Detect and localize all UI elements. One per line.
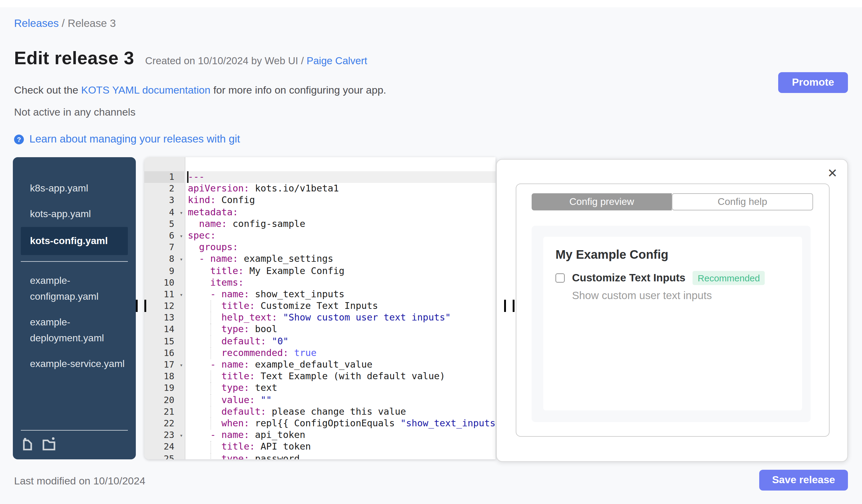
code-text: title: API token	[185, 441, 496, 453]
line-number[interactable]: 13	[144, 312, 185, 324]
line-number[interactable]: 3	[144, 195, 185, 207]
code-text: - name: example_settings	[185, 253, 496, 265]
new-folder-icon[interactable]	[42, 437, 57, 451]
fold-arrow-icon[interactable]: ▾	[180, 289, 183, 301]
code-line[interactable]: 14 type: bool	[144, 324, 496, 335]
code-line[interactable]: 12 title: Customize Text Inputs	[144, 300, 496, 312]
line-number[interactable]: 17▾	[144, 359, 185, 371]
customize-text-inputs-checkbox[interactable]	[556, 274, 565, 282]
created-by-link[interactable]: Paige Calvert	[306, 55, 367, 66]
code-text: kind: Config	[185, 195, 496, 207]
line-number[interactable]: 2	[144, 183, 185, 195]
code-line[interactable]: 20 value: ""	[144, 394, 496, 406]
preview-resize-handle[interactable]	[504, 300, 514, 312]
code-line[interactable]: 24 title: API token	[144, 441, 496, 453]
code-line[interactable]: 10 items:	[144, 277, 496, 288]
line-number[interactable]: 16	[144, 347, 185, 359]
code-line[interactable]: 1---	[144, 171, 496, 183]
kots-yaml-docs-link[interactable]: KOTS YAML documentation	[81, 84, 210, 96]
channels-note: Not active in any channels	[14, 106, 135, 119]
file-item[interactable]: example-configmap.yaml	[13, 268, 136, 309]
created-on-text: Created on 10/10/2024 by Web UI / Paige …	[145, 55, 367, 67]
line-number[interactable]: 22	[144, 418, 185, 429]
code-line[interactable]: 21 default: please change this value	[144, 406, 496, 418]
line-number[interactable]: 11▾	[144, 289, 185, 300]
line-number[interactable]: 6▾	[144, 230, 185, 242]
file-item[interactable]: example-service.yaml	[13, 351, 136, 377]
code-text: default: "0"	[185, 335, 496, 347]
code-line[interactable]: 19 type: text	[144, 383, 496, 394]
tab-config-help[interactable]: Config help	[672, 193, 813, 210]
config-preview-card: My Example Config Customize Text Inputs …	[543, 237, 802, 410]
line-number[interactable]: 5	[144, 218, 185, 230]
file-item[interactable]: kots-config.yaml	[21, 227, 128, 255]
file-item[interactable]: k8s-app.yaml	[13, 175, 136, 201]
yaml-code-editor[interactable]: 1---2apiVersion: kots.io/v1beta13kind: C…	[144, 157, 496, 459]
file-item[interactable]: kots-app.yaml	[13, 201, 136, 227]
fold-arrow-icon[interactable]: ▾	[180, 360, 183, 371]
promote-button[interactable]: Promote	[778, 72, 848, 93]
line-number[interactable]: 7	[144, 242, 185, 253]
save-release-button[interactable]: Save release	[759, 470, 848, 491]
code-line[interactable]: 5 name: config-sample	[144, 218, 496, 230]
code-line[interactable]: 16 recommended: true	[144, 347, 496, 359]
code-text: title: Text Example (with default value)	[185, 371, 496, 382]
breadcrumb-separator: /	[59, 17, 68, 29]
config-group-title: My Example Config	[556, 248, 668, 262]
fold-arrow-icon[interactable]: ▾	[180, 207, 183, 219]
code-text: value: ""	[185, 394, 496, 406]
line-number[interactable]: 19	[144, 383, 185, 394]
line-number[interactable]: 4▾	[144, 207, 185, 218]
line-number[interactable]: 23▾	[144, 429, 185, 441]
fold-arrow-icon[interactable]: ▾	[180, 254, 183, 266]
line-number[interactable]: 25	[144, 453, 185, 459]
code-line[interactable]: 2apiVersion: kots.io/v1beta1	[144, 183, 496, 195]
line-number[interactable]: 10	[144, 277, 185, 288]
line-number[interactable]: 18	[144, 371, 185, 382]
line-number[interactable]: 15	[144, 335, 185, 347]
code-text: type: password	[185, 453, 496, 459]
code-text: apiVersion: kots.io/v1beta1	[185, 183, 496, 195]
recommended-badge: Recommended	[693, 271, 765, 285]
code-line[interactable]: 3kind: Config	[144, 195, 496, 207]
fold-arrow-icon[interactable]: ▾	[180, 430, 183, 442]
code-text: type: bool	[185, 324, 496, 335]
tab-config-preview[interactable]: Config preview	[532, 193, 672, 210]
line-number[interactable]: 14	[144, 324, 185, 335]
new-file-icon[interactable]	[21, 437, 34, 451]
sidebar-resize-handle[interactable]	[136, 300, 146, 312]
code-line[interactable]: 4▾metadata:	[144, 207, 496, 218]
breadcrumb-releases-link[interactable]: Releases	[14, 17, 59, 29]
line-number[interactable]: 1	[144, 171, 185, 183]
file-list: k8s-app.yamlkots-app.yamlkots-config.yam…	[13, 157, 136, 377]
line-number[interactable]: 12	[144, 300, 185, 312]
code-line[interactable]: 22 when: repl{{ ConfigOptionEquals "show…	[144, 418, 496, 429]
file-item[interactable]: example-deployment.yaml	[13, 309, 136, 351]
code-text: default: please change this value	[185, 406, 496, 418]
line-number[interactable]: 9	[144, 265, 185, 277]
line-number[interactable]: 21	[144, 406, 185, 418]
fold-arrow-icon[interactable]: ▾	[180, 230, 183, 242]
page-title: Edit release 3	[14, 48, 134, 68]
code-text: - name: example_default_value	[185, 359, 496, 371]
code-line[interactable]: 15 default: "0"	[144, 335, 496, 347]
git-releases-link[interactable]: Learn about managing your releases with …	[29, 133, 240, 146]
line-number[interactable]: 24	[144, 441, 185, 453]
code-line[interactable]: 25 type: password	[144, 453, 496, 459]
code-line[interactable]: 18 title: Text Example (with default val…	[144, 371, 496, 382]
code-line[interactable]: 9 title: My Example Config	[144, 265, 496, 277]
code-line[interactable]: 11▾ - name: show_text_inputs	[144, 289, 496, 300]
code-text: title: Customize Text Inputs	[185, 300, 496, 312]
code-line[interactable]: 6▾spec:	[144, 230, 496, 242]
code-line[interactable]: 8▾ - name: example_settings	[144, 253, 496, 265]
code-line[interactable]: 23▾ - name: api_token	[144, 429, 496, 441]
code-line[interactable]: 13 help_text: "Show custom user text inp…	[144, 312, 496, 324]
close-icon[interactable]: ✕	[827, 167, 837, 179]
code-line[interactable]: 7 groups:	[144, 242, 496, 253]
code-line[interactable]: 17▾ - name: example_default_value	[144, 359, 496, 371]
line-number[interactable]: 20	[144, 394, 185, 406]
config-preview-panel: ✕ Config preview Config help My Example …	[496, 159, 848, 462]
code-text: name: config-sample	[185, 218, 496, 230]
line-number[interactable]: 8▾	[144, 253, 185, 265]
question-mark-icon: ?	[14, 134, 24, 144]
